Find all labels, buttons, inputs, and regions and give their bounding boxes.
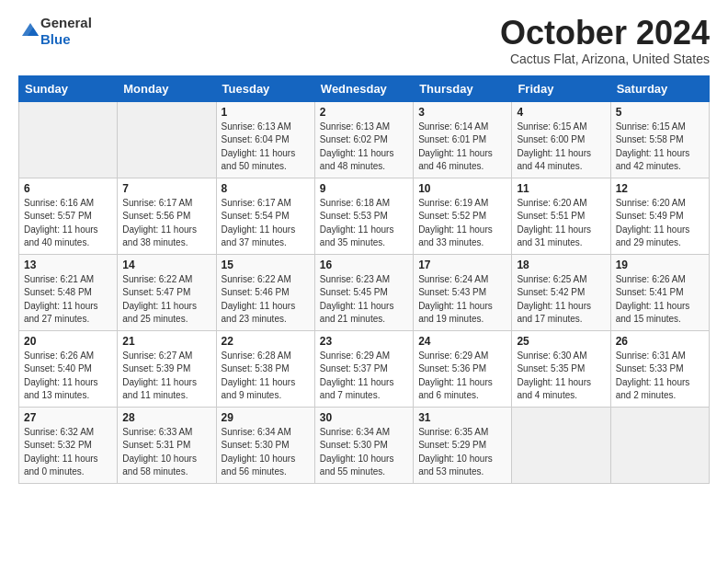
day-number: 1 [222,106,310,119]
day-info: Sunrise: 6:21 AMSunset: 5:48 PMDaylight:… [24,273,112,327]
calendar-header-row: SundayMondayTuesdayWednesdayThursdayFrid… [19,75,710,101]
day-info: Sunrise: 6:34 AMSunset: 5:30 PMDaylight:… [320,426,408,479]
calendar-cell [610,407,709,483]
day-number: 17 [418,259,506,271]
day-number: 15 [222,259,310,271]
logo: General Blue [18,15,92,48]
logo-icon [20,19,40,40]
logo-text: General Blue [40,15,92,48]
calendar-header-friday: Friday [512,75,610,101]
day-number: 22 [222,335,310,348]
day-number: 21 [122,335,210,348]
day-info: Sunrise: 6:22 AMSunset: 5:47 PMDaylight:… [122,273,210,327]
day-info: Sunrise: 6:17 AMSunset: 5:54 PMDaylight:… [222,197,310,250]
calendar-cell: 4Sunrise: 6:15 AMSunset: 6:00 PMDaylight… [512,101,610,178]
calendar-cell: 7Sunrise: 6:17 AMSunset: 5:56 PMDaylight… [118,178,216,254]
calendar-cell: 24Sunrise: 6:29 AMSunset: 5:36 PMDayligh… [414,330,512,407]
day-info: Sunrise: 6:29 AMSunset: 5:37 PMDaylight:… [320,350,408,403]
day-info: Sunrise: 6:15 AMSunset: 6:00 PMDaylight:… [517,121,605,174]
calendar-week-5: 27Sunrise: 6:32 AMSunset: 5:32 PMDayligh… [19,407,710,483]
calendar-cell: 25Sunrise: 6:30 AMSunset: 5:35 PMDayligh… [512,330,610,407]
page: General Blue October 2024 Cactus Flat, A… [0,0,728,502]
day-info: Sunrise: 6:22 AMSunset: 5:46 PMDaylight:… [222,273,310,327]
day-number: 30 [320,411,408,424]
header: General Blue October 2024 Cactus Flat, A… [18,15,710,66]
day-info: Sunrise: 6:23 AMSunset: 5:45 PMDaylight:… [320,273,408,327]
day-number: 28 [122,411,210,424]
calendar-week-3: 13Sunrise: 6:21 AMSunset: 5:48 PMDayligh… [19,254,710,330]
calendar-header-sunday: Sunday [19,75,118,101]
location: Cactus Flat, Arizona, United States [500,52,710,66]
day-info: Sunrise: 6:25 AMSunset: 5:42 PMDaylight:… [517,273,605,327]
calendar-week-1: 1Sunrise: 6:13 AMSunset: 6:04 PMDaylight… [19,101,710,178]
day-number: 9 [320,182,408,195]
calendar-cell: 28Sunrise: 6:33 AMSunset: 5:31 PMDayligh… [118,407,216,483]
calendar-cell: 18Sunrise: 6:25 AMSunset: 5:42 PMDayligh… [512,254,610,330]
day-number: 13 [24,259,112,271]
day-info: Sunrise: 6:14 AMSunset: 6:01 PMDaylight:… [418,121,506,174]
calendar-header-thursday: Thursday [414,75,512,101]
calendar-cell: 31Sunrise: 6:35 AMSunset: 5:29 PMDayligh… [414,407,512,483]
day-number: 20 [24,335,112,348]
day-info: Sunrise: 6:34 AMSunset: 5:30 PMDaylight:… [222,426,310,479]
calendar-cell: 1Sunrise: 6:13 AMSunset: 6:04 PMDaylight… [216,101,314,178]
calendar-cell: 22Sunrise: 6:28 AMSunset: 5:38 PMDayligh… [216,330,314,407]
day-number: 31 [418,411,506,424]
calendar-cell: 12Sunrise: 6:20 AMSunset: 5:49 PMDayligh… [610,178,709,254]
day-number: 12 [616,182,704,195]
day-info: Sunrise: 6:20 AMSunset: 5:49 PMDaylight:… [616,197,704,250]
calendar-table: SundayMondayTuesdayWednesdayThursdayFrid… [18,75,710,484]
calendar-header-tuesday: Tuesday [216,75,314,101]
calendar-cell [19,101,118,178]
day-number: 10 [418,182,506,195]
day-info: Sunrise: 6:13 AMSunset: 6:02 PMDaylight:… [320,121,408,174]
calendar-cell [512,407,610,483]
day-number: 6 [24,182,112,195]
day-info: Sunrise: 6:15 AMSunset: 5:58 PMDaylight:… [616,121,704,174]
day-number: 14 [122,259,210,271]
calendar-cell: 13Sunrise: 6:21 AMSunset: 5:48 PMDayligh… [19,254,118,330]
day-info: Sunrise: 6:32 AMSunset: 5:32 PMDaylight:… [24,426,112,479]
day-info: Sunrise: 6:26 AMSunset: 5:40 PMDaylight:… [24,350,112,403]
calendar-cell: 6Sunrise: 6:16 AMSunset: 5:57 PMDaylight… [19,178,118,254]
day-number: 26 [616,335,704,348]
day-info: Sunrise: 6:24 AMSunset: 5:43 PMDaylight:… [418,273,506,327]
day-number: 8 [222,182,310,195]
day-number: 2 [320,106,408,119]
calendar-cell: 2Sunrise: 6:13 AMSunset: 6:02 PMDaylight… [314,101,413,178]
calendar-cell: 15Sunrise: 6:22 AMSunset: 5:46 PMDayligh… [216,254,314,330]
calendar-cell: 16Sunrise: 6:23 AMSunset: 5:45 PMDayligh… [314,254,413,330]
day-number: 19 [616,259,704,271]
day-info: Sunrise: 6:31 AMSunset: 5:33 PMDaylight:… [616,350,704,403]
day-number: 18 [517,259,605,271]
day-number: 25 [517,335,605,348]
day-number: 4 [517,106,605,119]
logo-general: General [40,15,92,30]
calendar-cell: 30Sunrise: 6:34 AMSunset: 5:30 PMDayligh… [314,407,413,483]
calendar-cell: 19Sunrise: 6:26 AMSunset: 5:41 PMDayligh… [610,254,709,330]
calendar-header-saturday: Saturday [610,75,709,101]
calendar-cell: 29Sunrise: 6:34 AMSunset: 5:30 PMDayligh… [216,407,314,483]
day-info: Sunrise: 6:19 AMSunset: 5:52 PMDaylight:… [418,197,506,250]
day-info: Sunrise: 6:26 AMSunset: 5:41 PMDaylight:… [616,273,704,327]
day-info: Sunrise: 6:33 AMSunset: 5:31 PMDaylight:… [122,426,210,479]
calendar-cell [118,101,216,178]
day-info: Sunrise: 6:18 AMSunset: 5:53 PMDaylight:… [320,197,408,250]
calendar-cell: 23Sunrise: 6:29 AMSunset: 5:37 PMDayligh… [314,330,413,407]
calendar-cell: 21Sunrise: 6:27 AMSunset: 5:39 PMDayligh… [118,330,216,407]
day-info: Sunrise: 6:35 AMSunset: 5:29 PMDaylight:… [418,426,506,479]
calendar-header-wednesday: Wednesday [314,75,413,101]
calendar-cell: 9Sunrise: 6:18 AMSunset: 5:53 PMDaylight… [314,178,413,254]
day-info: Sunrise: 6:13 AMSunset: 6:04 PMDaylight:… [222,121,310,174]
day-info: Sunrise: 6:29 AMSunset: 5:36 PMDaylight:… [418,350,506,403]
day-number: 5 [616,106,704,119]
calendar-cell: 20Sunrise: 6:26 AMSunset: 5:40 PMDayligh… [19,330,118,407]
calendar-cell: 5Sunrise: 6:15 AMSunset: 5:58 PMDaylight… [610,101,709,178]
day-info: Sunrise: 6:30 AMSunset: 5:35 PMDaylight:… [517,350,605,403]
calendar-cell: 3Sunrise: 6:14 AMSunset: 6:01 PMDaylight… [414,101,512,178]
calendar-cell: 26Sunrise: 6:31 AMSunset: 5:33 PMDayligh… [610,330,709,407]
calendar-cell: 8Sunrise: 6:17 AMSunset: 5:54 PMDaylight… [216,178,314,254]
calendar-cell: 27Sunrise: 6:32 AMSunset: 5:32 PMDayligh… [19,407,118,483]
calendar-cell: 17Sunrise: 6:24 AMSunset: 5:43 PMDayligh… [414,254,512,330]
logo-blue: Blue [40,31,71,47]
